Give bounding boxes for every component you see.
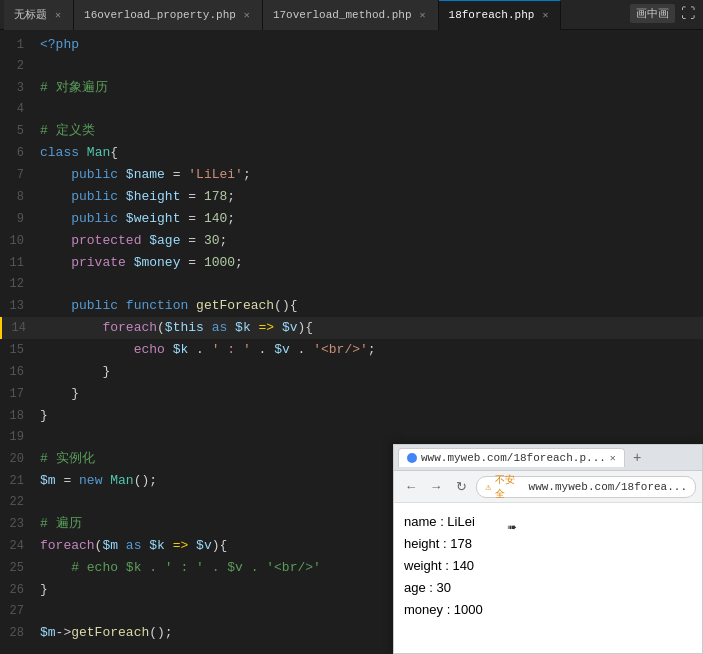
browser-favicon xyxy=(407,453,417,463)
line-num-12: 12 xyxy=(0,274,36,295)
output-line-2: height : 178 xyxy=(404,533,692,555)
tab-label: 16overload_property.php xyxy=(84,9,236,21)
tab-close-overload-method[interactable]: ✕ xyxy=(418,8,428,22)
line-num-25: 25 xyxy=(0,558,36,579)
line-content-24: foreach($m as $k => $v){ xyxy=(36,535,227,556)
line-num-2: 2 xyxy=(0,56,36,77)
browser-nav: ← → ↻ xyxy=(400,476,472,498)
line-content-23: # 遍历 xyxy=(36,513,82,534)
line-num-6: 6 xyxy=(0,143,36,164)
line-content-9: public $weight = 140; xyxy=(36,208,235,229)
line-1: 1 <?php xyxy=(0,34,703,56)
output-line-3: weight : 140 xyxy=(404,555,692,577)
line-content-1: <?php xyxy=(36,34,79,55)
line-num-5: 5 xyxy=(0,121,36,142)
address-bar[interactable]: ⚠ 不安全 www.myweb.com/18forea... xyxy=(476,476,696,498)
line-num-16: 16 xyxy=(0,362,36,383)
line-num-20: 20 xyxy=(0,449,36,470)
back-button[interactable]: ← xyxy=(400,476,422,498)
browser-popup: www.myweb.com/18foreach.p... ✕ + ← → ↻ ⚠… xyxy=(393,444,703,654)
line-content-3: # 对象遍历 xyxy=(36,77,108,98)
line-17: 17 } xyxy=(0,383,703,405)
line-num-14: 14 xyxy=(2,318,38,339)
tab-close-foreach[interactable]: ✕ xyxy=(540,8,550,22)
line-13: 13 public function getForeach(){ xyxy=(0,295,703,317)
line-num-15: 15 xyxy=(0,340,36,361)
line-7: 7 public $name = 'LiLei'; xyxy=(0,164,703,186)
tab-bar: 无标题 ✕ 16overload_property.php ✕ 17overlo… xyxy=(0,0,703,30)
line-num-21: 21 xyxy=(0,471,36,492)
line-num-3: 3 xyxy=(0,78,36,99)
line-18: 18 } xyxy=(0,405,703,427)
line-10: 10 protected $age = 30; xyxy=(0,230,703,252)
line-content-25: # echo $k . ' : ' . $v . '<br/>' xyxy=(36,557,321,578)
output-line-4: age : 30 xyxy=(404,577,692,599)
line-num-27: 27 xyxy=(0,601,36,622)
tab-close-overload-property[interactable]: ✕ xyxy=(242,8,252,22)
tab-foreach[interactable]: 18foreach.php ✕ xyxy=(439,0,562,30)
line-num-1: 1 xyxy=(0,35,36,56)
line-num-17: 17 xyxy=(0,384,36,405)
tab-label: 无标题 xyxy=(14,7,47,22)
expand-icon[interactable]: ⛶ xyxy=(681,6,695,22)
browser-tab-bar: www.myweb.com/18foreach.p... ✕ + xyxy=(394,445,702,471)
line-content-28: $m->getForeach(); xyxy=(36,622,173,643)
tab-bar-right: 画中画 ⛶ xyxy=(630,4,695,23)
tab-label: 18foreach.php xyxy=(449,9,535,21)
line-14: 14 foreach($this as $k => $v){ xyxy=(0,317,703,339)
line-content-10: protected $age = 30; xyxy=(36,230,227,251)
line-content-5: # 定义类 xyxy=(36,120,95,141)
tab-overload-property[interactable]: 16overload_property.php ✕ xyxy=(74,0,263,30)
line-num-8: 8 xyxy=(0,187,36,208)
line-content-18: } xyxy=(36,405,48,426)
line-num-4: 4 xyxy=(0,99,36,120)
line-content-11: private $money = 1000; xyxy=(36,252,243,273)
line-num-13: 13 xyxy=(0,296,36,317)
line-2: 2 xyxy=(0,56,703,77)
code-editor: 1 <?php 2 3 # 对象遍历 4 5 # 定义类 6 class Man… xyxy=(0,30,703,654)
line-12: 12 xyxy=(0,274,703,295)
line-8: 8 public $height = 178; xyxy=(0,186,703,208)
browser-content: name : LiLei height : 178 weight : 140 a… xyxy=(394,503,702,653)
line-num-23: 23 xyxy=(0,514,36,535)
line-5: 5 # 定义类 xyxy=(0,120,703,142)
line-9: 9 public $weight = 140; xyxy=(0,208,703,230)
line-content-26: } xyxy=(36,579,48,600)
browser-tab-label: www.myweb.com/18foreach.p... xyxy=(421,452,606,464)
line-content-6: class Man{ xyxy=(36,142,118,163)
line-content-14: foreach($this as $k => $v){ xyxy=(38,317,313,338)
line-16: 16 } xyxy=(0,361,703,383)
line-11: 11 private $money = 1000; xyxy=(0,252,703,274)
browser-toolbar: ← → ↻ ⚠ 不安全 www.myweb.com/18forea... xyxy=(394,471,702,503)
line-content-20: # 实例化 xyxy=(36,448,95,469)
security-label: 不安全 xyxy=(495,473,525,501)
line-num-26: 26 xyxy=(0,580,36,601)
refresh-button[interactable]: ↻ xyxy=(450,476,472,498)
tab-label: 17overload_method.php xyxy=(273,9,412,21)
line-content-13: public function getForeach(){ xyxy=(36,295,298,316)
line-content-21: $m = new Man(); xyxy=(36,470,157,491)
tab-overload-method[interactable]: 17overload_method.php ✕ xyxy=(263,0,439,30)
line-num-7: 7 xyxy=(0,165,36,186)
line-3: 3 # 对象遍历 xyxy=(0,77,703,99)
line-num-18: 18 xyxy=(0,406,36,427)
tab-unnamed[interactable]: 无标题 ✕ xyxy=(4,0,74,30)
line-content-7: public $name = 'LiLei'; xyxy=(36,164,251,185)
new-tab-button[interactable]: + xyxy=(629,450,645,466)
line-num-10: 10 xyxy=(0,231,36,252)
line-num-9: 9 xyxy=(0,209,36,230)
browser-tab[interactable]: www.myweb.com/18foreach.p... ✕ xyxy=(398,448,625,467)
line-num-19: 19 xyxy=(0,427,36,448)
line-content-16: } xyxy=(36,361,110,382)
line-content-8: public $height = 178; xyxy=(36,186,235,207)
forward-button[interactable]: → xyxy=(425,476,447,498)
line-num-24: 24 xyxy=(0,536,36,557)
line-4: 4 xyxy=(0,99,703,120)
line-content-17: } xyxy=(36,383,79,404)
security-icon: ⚠ xyxy=(485,481,491,493)
browser-tab-close[interactable]: ✕ xyxy=(610,452,616,464)
line-content-15: echo $k . ' : ' . $v . '<br/>'; xyxy=(36,339,376,360)
tab-close-unnamed[interactable]: ✕ xyxy=(53,8,63,22)
line-num-22: 22 xyxy=(0,492,36,513)
output-line-5: money : 1000 xyxy=(404,599,692,621)
